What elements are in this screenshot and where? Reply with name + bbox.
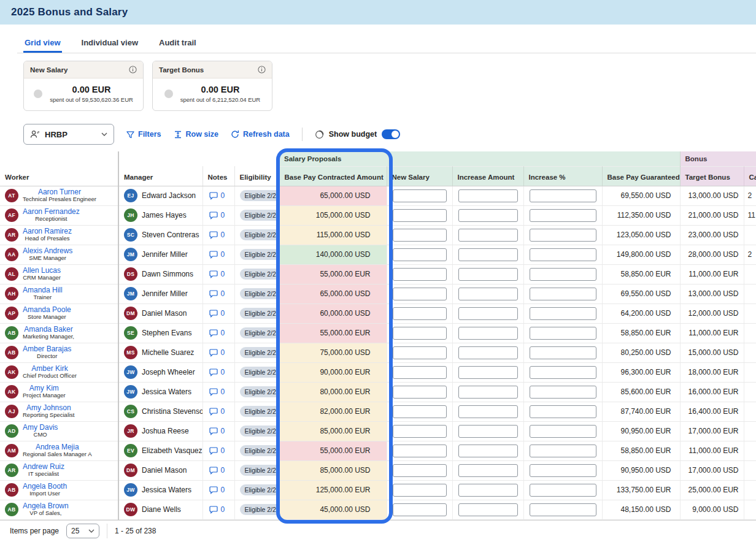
- notes-button[interactable]: 0: [203, 206, 234, 225]
- new-salary-input[interactable]: [393, 248, 447, 261]
- worker-name-link[interactable]: Aaron Fernandez: [23, 208, 80, 216]
- page-size-select[interactable]: 25: [66, 524, 99, 538]
- increase-percent-input[interactable]: [530, 445, 596, 457]
- new-salary-input[interactable]: [393, 209, 447, 222]
- notes-button[interactable]: 0: [203, 422, 234, 441]
- increase-amount-input[interactable]: [458, 229, 518, 242]
- increase-amount-input[interactable]: [458, 307, 518, 320]
- notes-button[interactable]: 0: [203, 481, 234, 500]
- increase-amount-input[interactable]: [458, 464, 518, 477]
- increase-amount-input[interactable]: [458, 405, 518, 418]
- increase-amount-input[interactable]: [458, 386, 518, 399]
- increase-percent-input[interactable]: [530, 366, 596, 379]
- increase-percent-input[interactable]: [530, 229, 596, 242]
- show-budget-toggle[interactable]: [382, 129, 400, 139]
- refresh-data-button[interactable]: Refresh data: [231, 130, 290, 139]
- worker-name-link[interactable]: Amanda Baker: [24, 326, 72, 334]
- worker-name-link[interactable]: Amy Davis: [23, 424, 58, 432]
- increase-percent-input[interactable]: [530, 248, 596, 261]
- notes-button[interactable]: 0: [203, 343, 234, 362]
- new-salary-input[interactable]: [393, 484, 447, 497]
- new-salary-input[interactable]: [393, 229, 447, 242]
- notes-button[interactable]: 0: [203, 186, 234, 205]
- increase-amount-input[interactable]: [458, 425, 518, 438]
- increase-amount-input[interactable]: [458, 327, 518, 340]
- worker-name-link[interactable]: Andrea Mejia: [36, 443, 79, 452]
- notes-button[interactable]: 0: [203, 304, 234, 323]
- increase-percent-input[interactable]: [530, 327, 596, 340]
- increase-percent-input[interactable]: [530, 209, 596, 222]
- increase-amount-input[interactable]: [458, 268, 518, 281]
- increase-percent-input[interactable]: [530, 346, 596, 359]
- row-size-button[interactable]: Row size: [174, 130, 219, 139]
- worker-name-link[interactable]: Alexis Andrews: [23, 247, 72, 256]
- increase-amount-input[interactable]: [458, 189, 518, 202]
- increase-amount-input[interactable]: [458, 445, 518, 457]
- increase-amount-input[interactable]: [458, 366, 518, 379]
- manager-avatar: JH: [124, 208, 137, 222]
- tab-audit-trail[interactable]: Audit trail: [158, 33, 198, 53]
- worker-name-link[interactable]: Aaron Turner: [38, 188, 81, 197]
- notes-button[interactable]: 0: [203, 245, 234, 264]
- notes-button[interactable]: 0: [203, 500, 234, 519]
- worker-name-link[interactable]: Amber Kirk: [31, 365, 68, 373]
- new-salary-input[interactable]: [393, 503, 447, 516]
- increase-amount-input[interactable]: [458, 484, 518, 497]
- worker-name-link[interactable]: Amanda Hill: [23, 286, 63, 295]
- new-salary-input[interactable]: [393, 405, 447, 418]
- increase-percent-input[interactable]: [530, 484, 596, 497]
- worker-name-link[interactable]: Aaron Ramirez: [23, 227, 72, 236]
- worker-name-link[interactable]: Amanda Poole: [23, 306, 71, 315]
- increase-percent-input[interactable]: [530, 189, 596, 202]
- info-icon[interactable]: [129, 66, 137, 74]
- notes-button[interactable]: 0: [203, 441, 234, 460]
- new-salary-input[interactable]: [393, 346, 447, 359]
- increase-percent-input[interactable]: [530, 288, 596, 300]
- comment-icon: [209, 368, 218, 376]
- notes-button[interactable]: 0: [203, 402, 234, 421]
- notes-button[interactable]: 0: [203, 461, 234, 480]
- increase-amount-input[interactable]: [458, 209, 518, 222]
- new-salary-input[interactable]: [393, 366, 447, 379]
- increase-percent-input[interactable]: [530, 464, 596, 477]
- notes-button[interactable]: 0: [203, 383, 234, 402]
- new-salary-input[interactable]: [393, 288, 447, 300]
- worker-name-link[interactable]: Andrew Ruiz: [23, 463, 64, 471]
- new-salary-input[interactable]: [393, 386, 447, 399]
- new-salary-input[interactable]: [393, 268, 447, 281]
- new-salary-input[interactable]: [393, 189, 447, 202]
- worker-name-link[interactable]: Amy Johnson: [26, 404, 71, 413]
- increase-percent-input[interactable]: [530, 307, 596, 320]
- notes-button[interactable]: 0: [203, 265, 234, 284]
- notes-button[interactable]: 0: [203, 284, 234, 303]
- new-salary-input[interactable]: [393, 445, 447, 457]
- notes-button[interactable]: 0: [203, 324, 234, 343]
- increase-amount-input[interactable]: [458, 346, 518, 359]
- worker-name-link[interactable]: Amber Barajas: [23, 345, 71, 354]
- worker-name-link[interactable]: Angela Brown: [23, 502, 69, 511]
- notes-button[interactable]: 0: [203, 226, 234, 245]
- new-salary-input[interactable]: [393, 327, 447, 340]
- table-row: AAAlexis AndrewsSME ManagerJMJennifer Mi…: [0, 245, 756, 264]
- increase-amount-input[interactable]: [458, 288, 518, 300]
- worker-name-link[interactable]: Allen Lucas: [23, 267, 61, 275]
- increase-percent-input[interactable]: [530, 405, 596, 418]
- increase-percent-input[interactable]: [530, 268, 596, 281]
- new-salary-input[interactable]: [393, 464, 447, 477]
- info-icon[interactable]: [258, 66, 266, 74]
- calc-cell-clipped: [744, 500, 756, 519]
- increase-percent-input[interactable]: [530, 386, 596, 399]
- worker-name-link[interactable]: Amy Kim: [29, 384, 59, 393]
- increase-amount-input[interactable]: [458, 248, 518, 261]
- tab-individual-view[interactable]: Individual view: [80, 33, 139, 53]
- notes-button[interactable]: 0: [203, 363, 234, 382]
- filters-button[interactable]: Filters: [126, 130, 161, 139]
- new-salary-input[interactable]: [393, 307, 447, 320]
- new-salary-input[interactable]: [393, 425, 447, 438]
- increase-amount-input[interactable]: [458, 503, 518, 516]
- worker-name-link[interactable]: Angela Booth: [23, 483, 67, 491]
- increase-percent-input[interactable]: [530, 503, 596, 516]
- persona-select[interactable]: HRBP: [23, 124, 114, 145]
- increase-percent-input[interactable]: [530, 425, 596, 438]
- tab-grid-view[interactable]: Grid view: [23, 33, 62, 53]
